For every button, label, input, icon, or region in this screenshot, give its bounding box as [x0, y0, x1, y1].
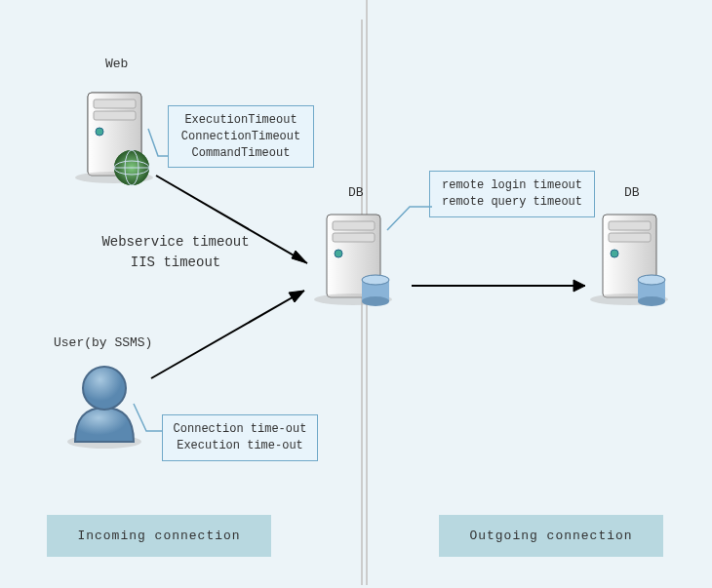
web-timeout-line: ConnectionTimeout	[177, 129, 305, 145]
arrow-web-to-db	[151, 171, 327, 278]
arrow-db-to-db	[410, 276, 600, 295]
db-timeout-line: remote query timeout	[438, 194, 586, 211]
svg-marker-36	[574, 280, 585, 292]
callout-connector	[146, 127, 176, 166]
outgoing-connection-box: Outgoing connection	[439, 515, 663, 557]
svg-marker-32	[292, 251, 307, 263]
svg-point-4	[96, 128, 103, 136]
db1-label: DB	[348, 185, 364, 200]
user-timeout-line: Execution time-out	[171, 438, 309, 454]
db2-label: DB	[624, 185, 640, 200]
web-timeout-line: ExecutionTimeout	[177, 112, 305, 129]
db-timeout-line: remote login timeout	[438, 177, 586, 194]
svg-point-19	[362, 275, 389, 285]
svg-point-14	[335, 250, 342, 257]
svg-rect-22	[609, 233, 651, 242]
callout-connector	[132, 402, 171, 436]
svg-point-18	[362, 296, 389, 306]
web-label: Web	[105, 57, 128, 71]
svg-rect-21	[609, 221, 651, 230]
svg-point-28	[638, 275, 665, 285]
svg-line-33	[151, 291, 304, 378]
callout-connector	[385, 205, 434, 234]
arrow-user-to-db	[146, 283, 322, 385]
web-timeout-box: ExecutionTimeout ConnectionTimeout Comma…	[168, 105, 314, 168]
svg-rect-2	[94, 99, 136, 108]
svg-point-27	[638, 296, 665, 306]
user-timeout-box: Connection time-out Execution time-out	[162, 414, 318, 461]
incoming-connection-box: Incoming connection	[47, 515, 271, 557]
svg-marker-34	[289, 291, 304, 302]
svg-point-23	[611, 250, 618, 257]
user-timeout-line: Connection time-out	[171, 421, 309, 438]
svg-rect-13	[333, 233, 375, 242]
user-label: User(by SSMS)	[54, 335, 152, 350]
db-timeout-box: remote login timeout remote query timeou…	[429, 171, 595, 217]
svg-line-31	[156, 176, 307, 263]
web-timeout-line: CommandTimeout	[177, 145, 305, 162]
svg-point-30	[83, 367, 126, 410]
svg-rect-3	[94, 111, 136, 120]
svg-rect-12	[333, 221, 375, 230]
db-server-icon	[583, 210, 681, 331]
